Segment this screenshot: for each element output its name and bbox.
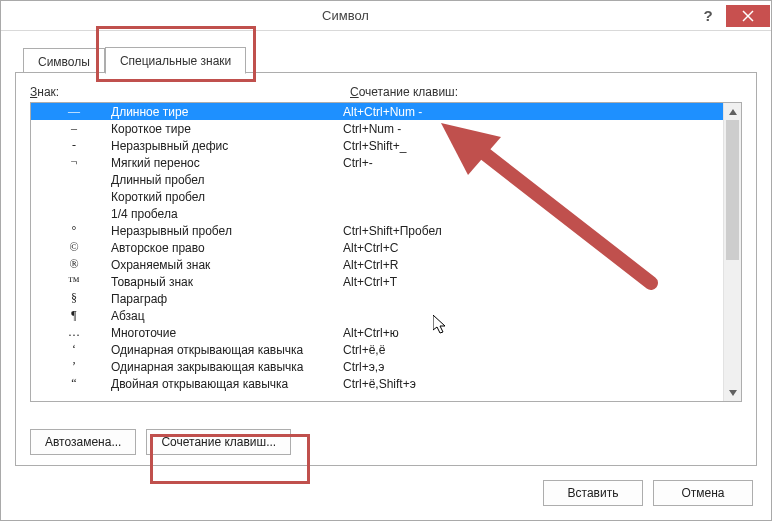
item-shortcut: Ctrl+Shift+_ — [343, 139, 723, 153]
item-symbol: ‘ — [37, 342, 111, 357]
list-item[interactable]: Длинный пробел — [31, 171, 723, 188]
list-item[interactable]: —Длинное тиреAlt+Ctrl+Num - — [31, 103, 723, 120]
item-shortcut: Ctrl+ё,Shift+э — [343, 377, 723, 391]
item-shortcut: Ctrl+- — [343, 156, 723, 170]
item-shortcut: Ctrl+Shift+Пробел — [343, 224, 723, 238]
header-shortcut: Сочетание клавиш: — [350, 85, 742, 99]
item-shortcut: Alt+Ctrl+ю — [343, 326, 723, 340]
item-label: Длинное тире — [111, 105, 343, 119]
item-label: Короткое тире — [111, 122, 343, 136]
list-item[interactable]: -Неразрывный дефисCtrl+Shift+_ — [31, 137, 723, 154]
item-label: Многоточие — [111, 326, 343, 340]
item-label: Параграф — [111, 292, 343, 306]
list-item[interactable]: ’Одинарная закрывающая кавычкаCtrl+э,э — [31, 358, 723, 375]
scrollbar[interactable] — [723, 103, 741, 401]
dialog-footer: Вставить Отмена — [543, 480, 753, 506]
tab-panel-special: Знак: Сочетание клавиш: —Длинное тиреAlt… — [15, 72, 757, 466]
scroll-up-icon[interactable] — [724, 103, 741, 120]
item-symbol: - — [37, 138, 111, 153]
item-symbol: — — [37, 104, 111, 119]
item-label: Одинарная закрывающая кавычка — [111, 360, 343, 374]
list-item[interactable]: ®Охраняемый знакAlt+Ctrl+R — [31, 256, 723, 273]
special-chars-list[interactable]: —Длинное тиреAlt+Ctrl+Num -–Короткое тир… — [30, 102, 742, 402]
item-shortcut: Ctrl+Num - — [343, 122, 723, 136]
list-item[interactable]: Короткий пробел — [31, 188, 723, 205]
list-item[interactable]: ¬Мягкий переносCtrl+- — [31, 154, 723, 171]
tabstrip: Символы Специальные знаки — [23, 43, 757, 73]
list-item[interactable]: –Короткое тиреCtrl+Num - — [31, 120, 723, 137]
list-item[interactable]: ™Товарный знакAlt+Ctrl+T — [31, 273, 723, 290]
close-button[interactable] — [726, 5, 770, 27]
list-item[interactable]: °Неразрывный пробелCtrl+Shift+Пробел — [31, 222, 723, 239]
list-item[interactable]: ©Авторское правоAlt+Ctrl+C — [31, 239, 723, 256]
list-item[interactable]: …МноготочиеAlt+Ctrl+ю — [31, 324, 723, 341]
list-item[interactable]: ¶Абзац — [31, 307, 723, 324]
item-shortcut: Alt+Ctrl+Num - — [343, 105, 723, 119]
scroll-thumb[interactable] — [726, 120, 739, 260]
titlebar: Символ ? — [1, 1, 771, 31]
item-symbol: … — [37, 325, 111, 340]
item-symbol: © — [37, 240, 111, 255]
item-label: Абзац — [111, 309, 343, 323]
column-headers: Знак: Сочетание клавиш: — [30, 85, 742, 99]
list-item[interactable]: ‘Одинарная открывающая кавычкаCtrl+ё,ё — [31, 341, 723, 358]
header-char: Знак: — [30, 85, 350, 99]
item-label: Мягкий перенос — [111, 156, 343, 170]
item-symbol: ® — [37, 257, 111, 272]
svg-marker-2 — [729, 109, 737, 115]
cancel-button[interactable]: Отмена — [653, 480, 753, 506]
svg-marker-3 — [729, 390, 737, 396]
list-item[interactable]: 1/4 пробела — [31, 205, 723, 222]
symbol-dialog: Символ ? Символы Специальные знаки Знак:… — [0, 0, 772, 521]
item-label: 1/4 пробела — [111, 207, 343, 221]
list-item[interactable]: “Двойная открывающая кавычкаCtrl+ё,Shift… — [31, 375, 723, 392]
shortcut-key-button[interactable]: Сочетание клавиш... — [146, 429, 291, 455]
item-shortcut: Alt+Ctrl+T — [343, 275, 723, 289]
item-label: Неразрывный дефис — [111, 139, 343, 153]
item-shortcut: Alt+Ctrl+C — [343, 241, 723, 255]
dialog-body: Символы Специальные знаки Знак: Сочетани… — [15, 43, 757, 466]
item-symbol: ¶ — [37, 308, 111, 323]
insert-button[interactable]: Вставить — [543, 480, 643, 506]
item-symbol: § — [37, 291, 111, 306]
item-symbol: ™ — [37, 274, 111, 289]
item-label: Короткий пробел — [111, 190, 343, 204]
item-symbol: “ — [37, 376, 111, 391]
item-label: Товарный знак — [111, 275, 343, 289]
item-label: Неразрывный пробел — [111, 224, 343, 238]
item-label: Длинный пробел — [111, 173, 343, 187]
list-item[interactable]: §Параграф — [31, 290, 723, 307]
item-symbol: ° — [37, 223, 111, 238]
close-icon — [742, 10, 754, 22]
help-button[interactable]: ? — [690, 5, 726, 27]
item-symbol: ¬ — [37, 155, 111, 170]
item-symbol: – — [37, 121, 111, 136]
tab-symbols[interactable]: Символы — [23, 48, 105, 75]
item-shortcut: Ctrl+э,э — [343, 360, 723, 374]
item-symbol: ’ — [37, 359, 111, 374]
item-label: Двойная открывающая кавычка — [111, 377, 343, 391]
window-title: Символ — [1, 8, 690, 23]
autocorrect-button[interactable]: Автозамена... — [30, 429, 136, 455]
item-label: Авторское право — [111, 241, 343, 255]
scroll-down-icon[interactable] — [724, 384, 741, 401]
tab-special-chars[interactable]: Специальные знаки — [105, 47, 246, 74]
item-label: Одинарная открывающая кавычка — [111, 343, 343, 357]
item-shortcut: Ctrl+ё,ё — [343, 343, 723, 357]
item-shortcut: Alt+Ctrl+R — [343, 258, 723, 272]
item-label: Охраняемый знак — [111, 258, 343, 272]
